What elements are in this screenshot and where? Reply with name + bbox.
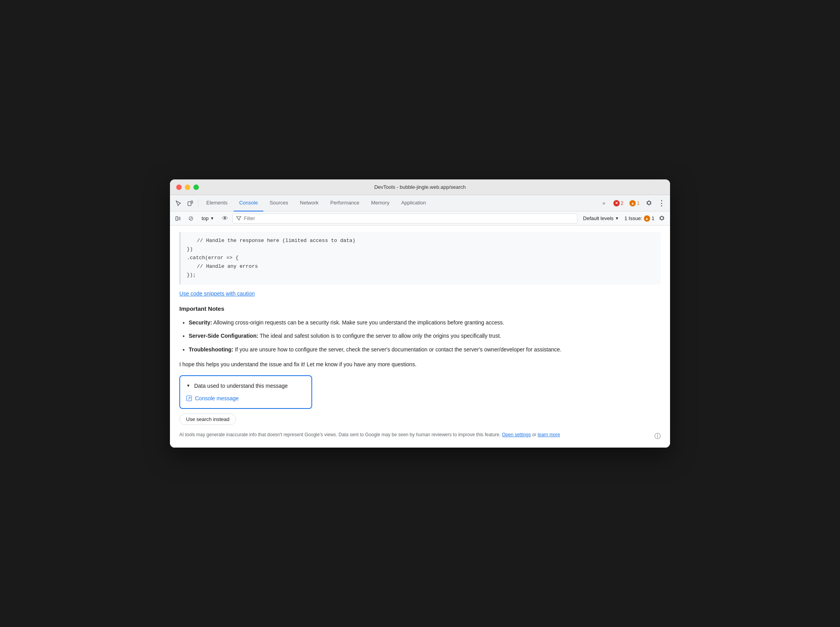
- code-block: // Handle the response here (limited acc…: [179, 232, 661, 284]
- tab-sources[interactable]: Sources: [264, 195, 294, 211]
- filter-funnel-icon: [236, 216, 241, 221]
- use-search-button[interactable]: Use search instead: [179, 414, 236, 425]
- devtools-window: DevTools - bubble-jingle.web.app/search …: [170, 179, 670, 448]
- code-line-2: }): [187, 245, 654, 254]
- svg-rect-2: [176, 217, 178, 220]
- filter-input-wrap: [232, 213, 577, 224]
- tab-network[interactable]: Network: [295, 195, 324, 211]
- maximize-button[interactable]: [193, 185, 199, 190]
- external-link-icon: [186, 396, 192, 401]
- eye-icon[interactable]: 👁: [220, 213, 230, 224]
- close-button[interactable]: [176, 185, 182, 190]
- console-content: // Handle the response here (limited acc…: [170, 226, 670, 448]
- window-title: DevTools - bubble-jingle.web.app/search: [374, 184, 466, 190]
- error-icon: ✕: [613, 200, 620, 206]
- data-used-box: Data used to understand this message Con…: [179, 375, 312, 409]
- clear-console-icon[interactable]: ⊘: [186, 213, 196, 224]
- minimize-button[interactable]: [185, 185, 190, 190]
- toolbar-right: » ✕ 2 ▲ 1 ⋮: [599, 198, 667, 209]
- console-settings-icon[interactable]: [657, 213, 667, 224]
- data-used-title: Data used to understand this message: [194, 382, 288, 390]
- code-line-4: // Handle any errors: [187, 262, 654, 271]
- filter-bar: ⊘ top ▼ 👁 Default levels ▼ 1 Issue: ▲ 1: [170, 211, 670, 226]
- cursor-icon[interactable]: [173, 198, 184, 209]
- inspect-icon[interactable]: [185, 198, 196, 209]
- note-troubleshoot-label: Troubleshooting:: [189, 346, 233, 353]
- tab-performance[interactable]: Performance: [325, 195, 365, 211]
- disclaimer-section: AI tools may generate inaccurate info th…: [179, 431, 661, 441]
- note-security-text: Allowing cross-origin requests can be a …: [213, 319, 504, 326]
- note-server-text: The ideal and safest solution is to conf…: [260, 333, 501, 339]
- info-icon[interactable]: ⓘ: [654, 431, 661, 441]
- code-line-3: .catch(error => {: [187, 254, 654, 262]
- issues-warning-icon: ▲: [644, 215, 650, 222]
- sidebar-toggle-icon[interactable]: [173, 213, 183, 224]
- code-line-5: });: [187, 271, 654, 279]
- tab-memory[interactable]: Memory: [366, 195, 395, 211]
- svg-rect-1: [191, 201, 193, 203]
- notes-list: Security: Allowing cross-origin requests…: [179, 318, 661, 354]
- title-bar: DevTools - bubble-jingle.web.app/search: [170, 179, 670, 195]
- important-notes-title: Important Notes: [179, 304, 661, 314]
- levels-chevron-icon: ▼: [615, 216, 619, 220]
- warning-icon: ▲: [629, 200, 636, 206]
- console-message-link[interactable]: Console message: [186, 394, 305, 403]
- open-settings-link[interactable]: Open settings: [502, 432, 531, 437]
- context-chevron-icon: ▼: [210, 216, 214, 220]
- traffic-lights: [176, 185, 199, 190]
- filter-input[interactable]: [244, 215, 574, 221]
- more-tabs-icon[interactable]: »: [599, 198, 609, 209]
- svg-rect-0: [188, 202, 191, 206]
- settings-icon[interactable]: [643, 198, 654, 209]
- warning-badge[interactable]: ▲ 1: [627, 199, 642, 207]
- disclaimer-main: AI tools may generate inaccurate info th…: [179, 432, 500, 437]
- more-options-icon[interactable]: ⋮: [656, 198, 667, 209]
- default-levels-dropdown[interactable]: Default levels ▼: [580, 215, 622, 222]
- note-troubleshooting: Troubleshooting: If you are unsure how t…: [189, 345, 661, 354]
- note-server-side: Server-Side Configuration: The ideal and…: [189, 331, 661, 340]
- conclusion-text: I hope this helps you understand the iss…: [179, 360, 661, 369]
- note-troubleshoot-text: If you are unsure how to configure the s…: [235, 346, 561, 353]
- tab-console[interactable]: Console: [234, 195, 263, 211]
- learn-more-link[interactable]: learn more: [538, 432, 560, 437]
- caution-link[interactable]: Use code snippets with caution: [179, 289, 255, 298]
- code-line-1: // Handle the response here (limited acc…: [187, 236, 654, 245]
- note-server-label: Server-Side Configuration:: [189, 333, 258, 339]
- console-message-label: Console message: [195, 394, 239, 403]
- note-security-label: Security:: [189, 319, 212, 326]
- tab-elements[interactable]: Elements: [201, 195, 233, 211]
- disclaimer-or: or: [532, 432, 538, 437]
- error-badge[interactable]: ✕ 2: [611, 199, 626, 207]
- toolbar-divider-1: [198, 199, 198, 207]
- note-security: Security: Allowing cross-origin requests…: [189, 318, 661, 327]
- issues-badge[interactable]: 1 Issue: ▲ 1: [624, 215, 654, 222]
- devtools-toolbar: Elements Console Sources Network Perform…: [170, 195, 670, 211]
- context-selector[interactable]: top ▼: [198, 214, 218, 222]
- disclaimer-text-content: AI tools may generate inaccurate info th…: [179, 431, 560, 439]
- data-used-header[interactable]: Data used to understand this message: [186, 382, 305, 390]
- tab-application[interactable]: Application: [396, 195, 432, 211]
